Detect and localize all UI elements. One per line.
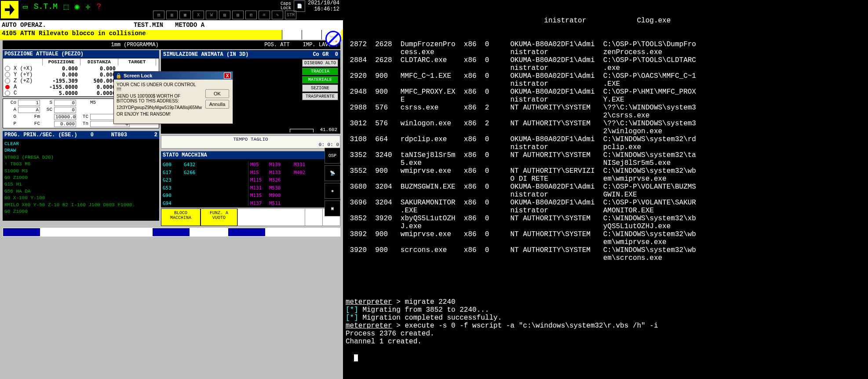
axis-radio[interactable] [3,90,12,96]
process-row: 5.exe NISej8lSr5m5.exe [346,159,865,167]
prog-bar: 1mm (PROGRAMMA) POS. ATT IMP. LAVORO [3,40,340,49]
sim-button[interactable]: SEZIONE [302,84,338,92]
sim-button[interactable]: TRACCIA [302,68,338,75]
tb-icon-1[interactable]: ▤ [153,11,164,19]
process-row: nistrator .exe [346,64,865,72]
tb-icon-3[interactable]: ▦ [179,11,191,19]
pos-header-1: DISTANZA [80,58,118,66]
file-label: TEST.MIN [134,22,175,29]
terminal-line: Channel 1 created. [346,338,865,346]
prog-bar-center: 1mm (PROGRAMMA) [111,42,159,48]
process-list: 2872 2628 DumpFrozenPro x86 0 OKUMA-B80A… [346,40,865,262]
process-row: 2988 576 csrss.exe x86 2 NT AUTHORITY\SY… [346,104,865,112]
tb-icon-5[interactable]: W [206,11,217,19]
process-row: nistrator pclip.exe [346,143,865,151]
prog-panel-title: PROG. PRIN./SEC. (ESE.) [4,132,77,138]
tempo-label: TEMPO TAGLIO [162,137,339,142]
terminal-pane[interactable]: inistrator Clog.exe 2872 2628 DumpFrozen… [343,0,868,379]
process-row: 2920 900 MMFC_C~1.EXE x86 0 OKUMA-B80A02… [346,72,865,80]
process-row: 3012 576 winlogon.exe x86 2 NT AUTHORITY… [346,120,865,128]
tb-icon-11[interactable]: STM [285,11,296,19]
axis-radio[interactable] [3,78,12,84]
process-row: .EXE nistrator AMONITOR.EXE [346,207,865,215]
process-row: 3680 3204 BUZMSGWIN.EXE x86 0 OKUMA-B80A… [346,183,865,191]
trailing-top: inistrator Clog.exe [346,17,865,25]
tb-icon-4[interactable]: X [193,11,204,19]
sim-title: SIMULAZIONE ANIMATA (IN 3D) [163,51,248,58]
tempo-box: TEMPO TAGLIO 0: 0: 0 [161,135,340,149]
axis-radio[interactable] [3,66,12,72]
dialog-title-text: Screen Lock [124,73,152,78]
sim-scale: 41.602 [320,127,337,132]
tb-icon-8[interactable]: ⊞ [245,11,257,19]
machine-header: STATO MACCHINA [161,151,340,159]
terminal-lines: meterpreter > migrate 2240[*] Migrating … [346,298,865,346]
position-title: POSIZIONE ATTUALE (PEZZO) [4,51,84,57]
mb-icon-1[interactable]: ▭ [305,209,322,226]
osp-icon[interactable]: OSP [325,148,340,164]
process-row: E nistrator Y.EXE [346,96,865,104]
terminal-line: [*] Migrating from 3852 to 2240... [346,306,865,314]
cursor [354,354,358,361]
date-label: 2021/10/04 [308,0,339,6]
tb-icon-2[interactable]: ▥ [166,11,178,19]
process-row: 3352 3240 taNISej8lSr5m x86 0 NT AUTHORI… [346,151,865,159]
process-row: 3552 900 wmiprvse.exe x86 0 NT AUTHORITY… [346,167,865,175]
datetime: 2021/10/04 16:46:12 [308,0,339,13]
process-row: 2872 2628 DumpFrozenPro x86 0 OKUMA-B80A… [346,40,865,48]
pos-header-2: TARGET [118,58,156,66]
sim-button[interactable]: DISEGNO ALTO [302,59,338,67]
sim-panel-header: SIMULAZIONE ANIMATA (IN 3D) Co GR 0 [161,51,340,58]
alarm-row: 4105 ATTN Rilevato blocco in collisione [0,30,343,40]
machine-tab-dry[interactable]: FUNZ. A VUOTO [201,208,237,226]
stm-label: S.T.M [34,2,58,11]
sim-button[interactable]: MATERIALE [302,76,338,84]
process-row: 2\csrss.exe [346,112,865,120]
pos-header-0: POSIZIONE [43,58,80,66]
process-row: cess.exe nistrator zenProcess.exe [346,48,865,56]
terminal-line: meterpreter > execute -s 0 -f wscript -a… [346,322,865,330]
tb-icon-10[interactable]: ✎ [272,11,283,19]
dialog-line1: YOUR CNC IS UNDER OUR CONTROL !!!! [117,82,202,92]
process-row: 3920 900 scrcons.exe x86 0 NT AUTHORITY\… [346,246,865,254]
back-arrow-icon[interactable] [1,1,18,18]
process-row: nistrator GWIN.EXE [346,191,865,199]
process-row: 3852 3920 xbyQS5L1utOZH x86 0 NT AUTHORI… [346,215,865,222]
axis-radio[interactable] [3,84,12,90]
tb-icon-6[interactable]: ▧ [219,11,230,19]
prog-panel-header: PROG. PRIN./SEC. (ESE.) 0 NT803 2 [3,131,159,139]
caps-lock-label: Caps Lock [281,2,291,11]
axis-row: X (+X) 0.000 0.000 [3,66,159,72]
sim-button[interactable]: TRASPARENTE [302,93,338,100]
process-row: J.exe yQS5L1utOZHJ.exe [346,222,865,230]
tb-icon-7[interactable]: ▨ [232,11,244,19]
terminal-line: Process 2376 created. [346,330,865,338]
gcode-grid: G00G17G23G53G90G94G432G266 M05M15M115M13… [161,159,340,208]
battery-icon: ▭ [23,2,28,11]
process-row: em\scrcons.exe [346,254,865,262]
machine-title: STATO MACCHINA [163,152,207,158]
terminal-line: [*] Migration completed successfully. [346,314,865,322]
header-row: AUTO OPERAZ. TEST.MIN METODO A [0,20,343,30]
comm-icon[interactable]: 📡 [325,165,340,181]
topbar: ▭ S.T.M ⬚ ◉ ✛ ? ▤ ▥ ▦ X W ▧ ▨ ⊞ ≡ ✎ STM … [0,0,343,20]
medical-icon[interactable]: ✚ [325,183,340,199]
window-icon[interactable]: ▣ [325,200,340,216]
process-row: 3696 3204 SAKURAMONITOR x86 0 OKUMA-B80A… [346,199,865,207]
program-code[interactable]: CLEARDRAWNT803 (FRESA D20)↑ T803 M6S1000… [3,139,159,221]
close-icon[interactable]: X [224,73,231,79]
help-icon[interactable]: ? [96,2,101,11]
process-row: 2884 2628 CLDTARC.exe x86 0 OKUMA-B80A02… [346,56,865,64]
axis-radio[interactable] [3,72,12,78]
cancel-button[interactable]: Annulla [205,100,229,109]
dialog-titlebar[interactable]: 🔒 Screen Lock X [114,72,233,80]
machine-tab-block[interactable]: BLOCO MACCHINA [161,208,201,226]
dialog-line2: SEND US 100'000$ WORTH OF BITCOINS TO TH… [117,94,202,103]
tb-icon-9[interactable]: ≡ [259,11,270,19]
pos-att-label: POS. ATT [264,42,290,48]
cycle-icon: ◉ [75,2,80,11]
cash-icon: ⬚ [64,2,69,11]
ok-button[interactable]: OK [205,89,229,98]
crosshair-icon: ✛ [86,2,91,11]
screen-lock-dialog: 🔒 Screen Lock X YOUR CNC IS UNDER OUR CO… [113,71,233,124]
